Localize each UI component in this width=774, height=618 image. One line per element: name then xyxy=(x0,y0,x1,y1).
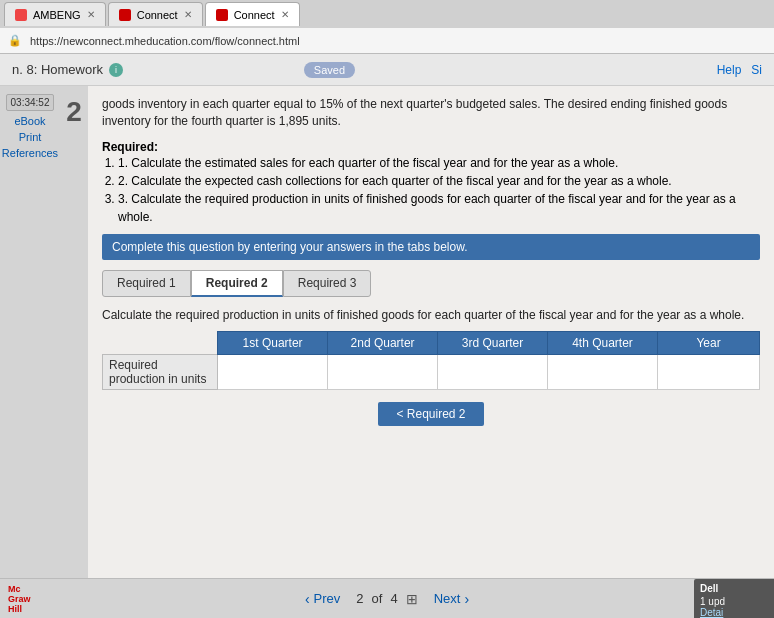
required-list: 1. Calculate the estimated sales for eac… xyxy=(102,154,760,226)
sidebar: 03:34:52 eBook Print References xyxy=(0,86,60,578)
total-pages: 4 xyxy=(390,591,397,606)
app-header: n. 8: Homework i Saved Help Si xyxy=(0,54,774,86)
grid-icon[interactable]: ⊞ xyxy=(406,591,418,607)
tab-icon-connect1 xyxy=(119,9,131,21)
cell-q4[interactable] xyxy=(548,355,658,390)
input-q1[interactable] xyxy=(222,364,323,380)
problem-number: 2 xyxy=(60,86,88,578)
sidebar-references[interactable]: References xyxy=(2,147,58,159)
input-q4[interactable] xyxy=(552,364,653,380)
cell-q1[interactable] xyxy=(218,355,328,390)
tab-required3[interactable]: Required 3 xyxy=(283,270,372,297)
input-year[interactable] xyxy=(662,364,755,380)
required-item-2: 2. Calculate the expected cash collectio… xyxy=(118,172,760,190)
row-label: Required production in units xyxy=(103,355,218,390)
col-header-q3: 3rd Quarter xyxy=(438,332,548,355)
prev-label: Prev xyxy=(314,591,341,606)
complete-instruction: Complete this question by entering your … xyxy=(102,234,760,260)
sidebar-timer: 03:34:52 xyxy=(6,94,55,111)
cell-q2[interactable] xyxy=(328,355,438,390)
required-item-1: 1. Calculate the estimated sales for eac… xyxy=(118,154,760,172)
input-q3[interactable] xyxy=(442,364,543,380)
dell-title: Dell xyxy=(700,583,768,594)
saved-badge: Saved xyxy=(304,62,355,78)
content-area: goods inventory in each quarter equal to… xyxy=(88,86,774,578)
col-header-q1: 1st Quarter xyxy=(218,332,328,355)
input-q2[interactable] xyxy=(332,364,433,380)
production-table: 1st Quarter 2nd Quarter 3rd Quarter 4th … xyxy=(102,331,760,390)
cell-q3[interactable] xyxy=(438,355,548,390)
page-of-label: of xyxy=(372,591,383,606)
dell-update: 1 upd xyxy=(700,596,768,607)
tab-icon-ambeng xyxy=(15,9,27,21)
address-bar: 🔒 https://newconnect.mheducation.com/flo… xyxy=(0,28,774,54)
page-info: 2 of 4 ⊞ xyxy=(356,591,417,607)
table-header-row: 1st Quarter 2nd Quarter 3rd Quarter 4th … xyxy=(103,332,760,355)
tab-ambeng[interactable]: AMBENG ✕ xyxy=(4,2,106,26)
problem-text: goods inventory in each quarter equal to… xyxy=(102,96,760,130)
mc-logo-line1: Mc xyxy=(8,584,31,594)
mc-logo-line3: Hill xyxy=(8,604,31,614)
tab-close-connect2[interactable]: ✕ xyxy=(281,9,289,20)
tabs-container: Required 1 Required 2 Required 3 xyxy=(102,270,760,297)
tab-label-connect1: Connect xyxy=(137,9,178,21)
required2-nav-button[interactable]: < Required 2 xyxy=(378,402,483,426)
info-icon[interactable]: i xyxy=(109,63,123,77)
browser-tabs: AMBENG ✕ Connect ✕ Connect ✕ xyxy=(0,0,774,28)
current-page: 2 xyxy=(356,591,363,606)
next-label: Next xyxy=(434,591,461,606)
help-link[interactable]: Help xyxy=(717,63,742,77)
lock-icon: 🔒 xyxy=(8,34,22,47)
homework-title: n. 8: Homework i xyxy=(12,62,123,77)
tab-label-ambeng: AMBENG xyxy=(33,9,81,21)
col-header-year: Year xyxy=(658,332,760,355)
tab-required1[interactable]: Required 1 xyxy=(102,270,191,297)
main-layout: 03:34:52 eBook Print References 2 goods … xyxy=(0,86,774,578)
required-item-3: 3. Calculate the required production in … xyxy=(118,190,760,226)
calc-description: Calculate the required production in uni… xyxy=(102,307,760,324)
col-header-empty xyxy=(103,332,218,355)
dell-popup: Dell 1 upd Detai xyxy=(694,579,774,618)
sidebar-ebook[interactable]: eBook xyxy=(14,115,45,127)
tab-connect2[interactable]: Connect ✕ xyxy=(205,2,300,26)
mc-logo: Mc Graw Hill xyxy=(8,584,31,614)
table-row: Required production in units xyxy=(103,355,760,390)
bottom-nav: Mc Graw Hill ‹ Prev 2 of 4 ⊞ Next › Dell… xyxy=(0,578,774,618)
col-header-q4: 4th Quarter xyxy=(548,332,658,355)
col-header-q2: 2nd Quarter xyxy=(328,332,438,355)
mc-logo-line2: Graw xyxy=(8,594,31,604)
tab-icon-connect2 xyxy=(216,9,228,21)
homework-title-text: n. 8: Homework xyxy=(12,62,103,77)
prev-arrow-icon: ‹ xyxy=(305,591,310,607)
required-title: Required: xyxy=(102,140,760,154)
next-arrow-icon: › xyxy=(464,591,469,607)
tab-required2[interactable]: Required 2 xyxy=(191,270,283,297)
sidebar-print[interactable]: Print xyxy=(19,131,42,143)
url-display: https://newconnect.mheducation.com/flow/… xyxy=(30,35,766,47)
tab-connect1[interactable]: Connect ✕ xyxy=(108,2,203,26)
prev-button[interactable]: ‹ Prev xyxy=(305,591,340,607)
si-link[interactable]: Si xyxy=(751,63,762,77)
cell-year[interactable] xyxy=(658,355,760,390)
required-section: Required: 1. Calculate the estimated sal… xyxy=(102,140,760,226)
tab-close-connect1[interactable]: ✕ xyxy=(184,9,192,20)
detail-link[interactable]: Detai xyxy=(700,607,768,618)
tab-label-connect2: Connect xyxy=(234,9,275,21)
tab-close-ambeng[interactable]: ✕ xyxy=(87,9,95,20)
next-button[interactable]: Next › xyxy=(434,591,469,607)
